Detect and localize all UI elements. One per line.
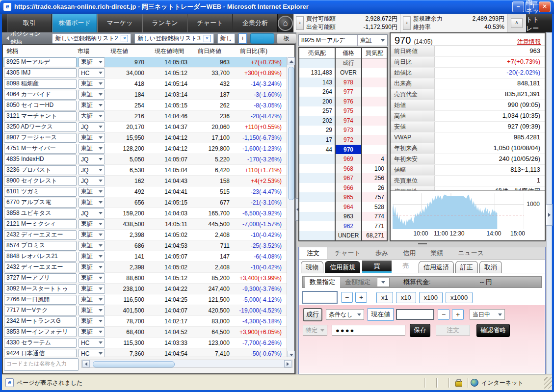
close-icon[interactable]: ✕	[121, 35, 128, 42]
symbol-cell[interactable]: 3121 マーチャント	[4, 111, 77, 121]
table-row[interactable]: 4064 カーバイド 東証 184 14:03:14 187 -3(-1.60%…	[3, 89, 287, 100]
symbol-cell[interactable]: 8900 セイクレスト	[4, 176, 77, 186]
market-select[interactable]: 東証	[79, 57, 105, 67]
table-row[interactable]: 6770 アルプス電 東証 656 14:05:15 677 -21(-3.10…	[3, 197, 287, 208]
multiplier-button[interactable]: x1000	[446, 292, 473, 303]
tab-cancel[interactable]: 取消	[479, 261, 502, 273]
symbol-cell[interactable]: 3092 Mースタートトゥ	[4, 284, 77, 294]
order-panel-tab[interactable]: 業績	[423, 247, 450, 259]
table-row[interactable]: 8574 プロミス 東証 686 14:04:53 711 -25(-3.52%…	[3, 240, 287, 251]
table-row[interactable]: 4330 セラーテム HC 115,300 14:03:33 123,000 -…	[3, 338, 287, 348]
scroll-left-button[interactable]	[82, 360, 90, 367]
table-row[interactable]: 3727 Mーアプリ 東証 88,600 14:05:12 85,200 +3,…	[3, 273, 287, 284]
multiplier-button[interactable]: x1	[376, 292, 393, 303]
depth-row[interactable]: 44 970	[299, 145, 387, 155]
market-select[interactable]: 東証	[79, 262, 105, 272]
order-panel-tab[interactable]: 注文	[299, 247, 327, 259]
market-select[interactable]: JQ	[79, 176, 105, 186]
table-row[interactable]: 4751 Mーサイバー 東証 128,200 14:04:12 129,800 …	[3, 143, 287, 154]
order-panel-tab[interactable]: 信用	[396, 247, 423, 259]
price-level[interactable]: 976	[335, 97, 362, 106]
collapse-panel-button[interactable]: ∧	[511, 18, 523, 28]
price-level[interactable]: 965	[335, 192, 362, 202]
market-select[interactable]: HC	[79, 338, 105, 348]
symbol-search-input[interactable]: コードまたは名称を入力	[4, 358, 79, 371]
depth-row[interactable]: 964 528	[299, 202, 387, 212]
depth-row[interactable]: 264 977	[299, 87, 387, 97]
market-select[interactable]: JQ	[79, 165, 105, 175]
buy-button[interactable]: 買	[362, 261, 392, 273]
symbol-cell[interactable]: 3727 Mーアプリ	[4, 273, 77, 283]
market-select[interactable]: JQ	[79, 209, 105, 218]
symbol-cell[interactable]: 2432 ディーエヌエー	[4, 230, 77, 240]
price-level[interactable]: 970	[335, 145, 362, 155]
price-level[interactable]: 968	[335, 164, 362, 174]
price-level[interactable]: 964	[335, 202, 362, 212]
order-panel-tab[interactable]: チャート	[327, 247, 368, 259]
quantity-input[interactable]	[302, 291, 338, 304]
depth-row[interactable]: 成行	[299, 58, 387, 68]
market-select[interactable]: 大証	[79, 111, 105, 121]
depth-row[interactable]: 962 771	[299, 221, 387, 231]
market-select[interactable]: 東証	[79, 327, 105, 337]
depth-row[interactable]: 131,483 OVER	[299, 68, 387, 78]
symbol-cell[interactable]: 8907 フージャース	[4, 133, 77, 143]
market-select[interactable]: 東証	[79, 252, 105, 261]
symbol-cell[interactable]: 4305 IMJ	[4, 68, 77, 78]
depth-row[interactable]: 969 4	[299, 154, 387, 164]
table-row[interactable]: 3858 ユビキタス JQ 159,200 14:04:03 165,700 -…	[3, 208, 287, 219]
multiplier-button[interactable]: x100	[419, 292, 443, 303]
price-level[interactable]: 962	[335, 221, 362, 231]
price-level[interactable]: 967	[335, 173, 362, 183]
table-row[interactable]: 3092 Mースタートトゥ 東証 238,100 14:04:22 247,40…	[3, 284, 287, 294]
symbol-cell[interactable]: 3858 ユビキタス	[4, 209, 77, 218]
submit-order-button[interactable]: 注文	[436, 325, 470, 336]
price-level[interactable]: UNDER	[335, 231, 362, 241]
table-row[interactable]: 8848 レオパレス21 東証 141 14:05:07 147 -6(-4.0…	[3, 251, 287, 262]
table-row[interactable]: 2432 ディーエヌエー 東証 2,398 14:05:02 2,408 -10…	[3, 230, 287, 240]
price-level[interactable]: 974	[335, 116, 362, 126]
market-select[interactable]: 東証	[357, 35, 387, 46]
symbol-cell[interactable]: 2342 MートランスG	[4, 316, 77, 326]
tab-cash[interactable]: 現物	[301, 261, 323, 273]
market-select[interactable]: 東証	[79, 101, 105, 110]
nav-tab[interactable]: ランキング	[142, 14, 187, 32]
symbol-cell[interactable]: 2766 Mー日風開	[4, 295, 77, 305]
symbol-cell[interactable]: 4835 IndexHD	[4, 155, 77, 164]
nav-tab[interactable]: マーケット	[97, 14, 142, 32]
tab-margin-close[interactable]: 信用返済	[419, 261, 454, 273]
mode-dropdown[interactable]	[377, 278, 390, 287]
qty-mode-selected[interactable]: 数量指定	[305, 277, 340, 288]
depth-row[interactable]: 29 973	[299, 126, 387, 135]
symbol-cell[interactable]: 8925 Mーアルデ	[4, 57, 77, 67]
condition-select[interactable]: 条件なし	[326, 309, 364, 320]
symbol-name[interactable]: 8925 Mーアルデ	[299, 35, 357, 46]
board-view-button[interactable]: 板	[277, 33, 296, 44]
nav-tab[interactable]: 株価ボード	[52, 14, 97, 32]
market-select[interactable]: JQ	[79, 122, 105, 132]
scroll-up-button[interactable]	[288, 57, 295, 65]
market-select[interactable]: 東証	[79, 273, 105, 283]
market-select[interactable]: JQ	[79, 155, 105, 164]
nav-tab[interactable]: チャート	[187, 14, 233, 32]
price-level[interactable]: 975	[335, 106, 362, 116]
horizontal-scrollbar[interactable]	[81, 360, 292, 368]
market-select[interactable]: HC	[79, 68, 105, 78]
watchlist-tab[interactable]: 新し ✕	[217, 33, 235, 44]
symbol-cell[interactable]: 8574 プロミス	[4, 241, 77, 251]
symbol-cell[interactable]: 3250 ADワークス	[4, 122, 77, 132]
chevron-right-icon[interactable]: ›	[403, 16, 411, 30]
depth-row[interactable]: 968 100	[299, 164, 387, 174]
depth-row[interactable]: 257 975	[299, 106, 387, 116]
close-icon[interactable]: ✕	[204, 35, 211, 42]
depth-row[interactable]: 202 974	[299, 116, 387, 126]
price-input[interactable]	[396, 309, 434, 320]
symbol-cell[interactable]: 8848 レオパレス21	[4, 252, 77, 261]
symbol-cell[interactable]: 7717 MーVテク	[4, 306, 77, 315]
add-list-button[interactable]: +	[238, 33, 247, 44]
table-row[interactable]: 3250 ADワークス JQ 20,170 14:04:37 20,060 +1…	[3, 122, 287, 132]
order-panel-tab[interactable]: ニュース	[450, 247, 491, 259]
account-type-select[interactable]: 特定	[303, 325, 327, 336]
duration-select[interactable]: 当日中	[470, 309, 505, 320]
market-select[interactable]: 東証	[79, 90, 105, 100]
